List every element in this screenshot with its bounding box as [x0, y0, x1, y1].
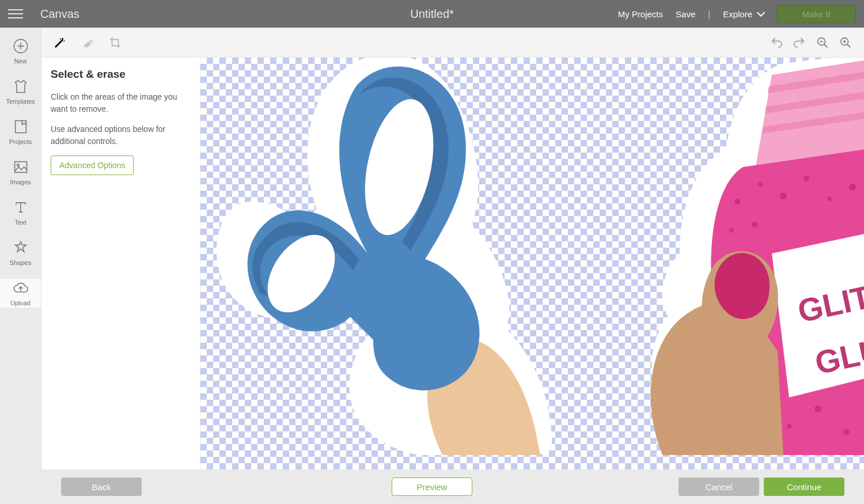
svg-point-27 [844, 429, 850, 435]
redo-button[interactable] [793, 36, 806, 50]
zoom-in-button[interactable] [839, 36, 852, 50]
svg-line-10 [847, 44, 851, 47]
svg-point-5 [17, 164, 18, 166]
undo-icon [770, 36, 783, 49]
separator: | [708, 9, 710, 19]
sidebar-item-upload[interactable]: Upload [0, 279, 41, 308]
crop-tool[interactable] [108, 36, 122, 50]
erase-panel: Select & erase Click on the areas of the… [41, 58, 200, 469]
back-button[interactable]: Back [61, 478, 142, 496]
sidebar-item-label: Images [10, 179, 31, 185]
tshirt-icon [13, 78, 29, 94]
svg-point-15 [734, 199, 740, 204]
continue-button[interactable]: Continue [764, 478, 844, 496]
sidebar-item-label: Text [14, 219, 26, 226]
make-it-button[interactable]: Make It [776, 5, 856, 23]
zoom-out-icon [816, 36, 829, 49]
sidebar-item-label: New [14, 58, 26, 65]
hamburger-menu-icon[interactable] [8, 5, 26, 23]
save-link[interactable]: Save [676, 9, 695, 19]
svg-point-22 [752, 222, 757, 228]
sidebar-item-projects[interactable]: Projects [0, 118, 41, 146]
undo-button[interactable] [770, 36, 783, 50]
left-sidebar: New Templates Projects Images Text Shape… [0, 28, 41, 469]
svg-point-19 [827, 196, 832, 201]
svg-point-16 [758, 182, 763, 187]
glitter-glue-illustration: GLITTER GLUE [622, 58, 864, 455]
bookmark-page-icon [13, 119, 29, 135]
scissors-illustration [200, 58, 609, 455]
explore-dropdown[interactable]: Explore [723, 9, 764, 19]
preview-button[interactable]: Preview [392, 478, 472, 496]
shapes-icon [13, 240, 29, 256]
svg-rect-4 [14, 162, 26, 173]
panel-title: Select & erase [51, 68, 191, 81]
svg-point-26 [814, 406, 821, 412]
svg-point-17 [780, 192, 787, 199]
app-name: Canvas [40, 7, 79, 21]
top-bar: Canvas Untitled* My Projects Save | Expl… [0, 0, 864, 28]
svg-rect-3 [15, 121, 26, 133]
eraser-icon [81, 36, 94, 49]
advanced-options-button[interactable]: Advanced Options [51, 156, 134, 175]
svg-line-7 [824, 44, 828, 47]
redo-icon [793, 36, 806, 49]
sidebar-item-label: Templates [6, 98, 35, 105]
uploaded-image: GLITTER GLUE [200, 58, 864, 469]
image-toolbar [41, 28, 864, 58]
sidebar-item-label: Upload [10, 300, 31, 306]
zoom-in-icon [839, 36, 852, 49]
sidebar-item-label: Shapes [10, 259, 31, 266]
sidebar-item-text[interactable]: Text [0, 198, 41, 227]
footer-bar: Back Preview Cancel Continue [0, 469, 864, 504]
sidebar-item-shapes[interactable]: Shapes [0, 238, 41, 267]
svg-point-20 [849, 184, 856, 191]
upload-cloud-icon [13, 280, 29, 296]
svg-point-18 [804, 176, 809, 181]
sidebar-item-templates[interactable]: Templates [0, 77, 41, 106]
plus-circle-icon [13, 38, 29, 54]
svg-point-25 [787, 424, 791, 429]
sidebar-item-images[interactable]: Images [0, 158, 41, 187]
explore-label: Explore [723, 9, 752, 19]
image-icon [13, 159, 29, 175]
panel-para-1: Click on the areas of the image you want… [51, 91, 191, 115]
svg-point-21 [729, 228, 734, 233]
text-icon [13, 199, 29, 215]
sidebar-item-label: Projects [9, 138, 32, 145]
cancel-button[interactable]: Cancel [679, 478, 759, 496]
document-title: Untitled* [410, 7, 454, 21]
eraser-tool[interactable] [81, 36, 94, 50]
wand-icon [54, 36, 66, 49]
zoom-out-button[interactable] [816, 36, 829, 50]
canvas-area[interactable]: GLITTER GLUE [200, 58, 864, 469]
crop-icon [109, 36, 122, 49]
topbar-right: My Projects Save | Explore Make It [618, 5, 856, 23]
chevron-down-icon [757, 9, 765, 17]
my-projects-link[interactable]: My Projects [618, 9, 663, 19]
wand-tool[interactable] [53, 36, 67, 50]
panel-para-2: Use advanced options below for additiona… [51, 123, 191, 147]
sidebar-item-new[interactable]: New [0, 37, 41, 66]
